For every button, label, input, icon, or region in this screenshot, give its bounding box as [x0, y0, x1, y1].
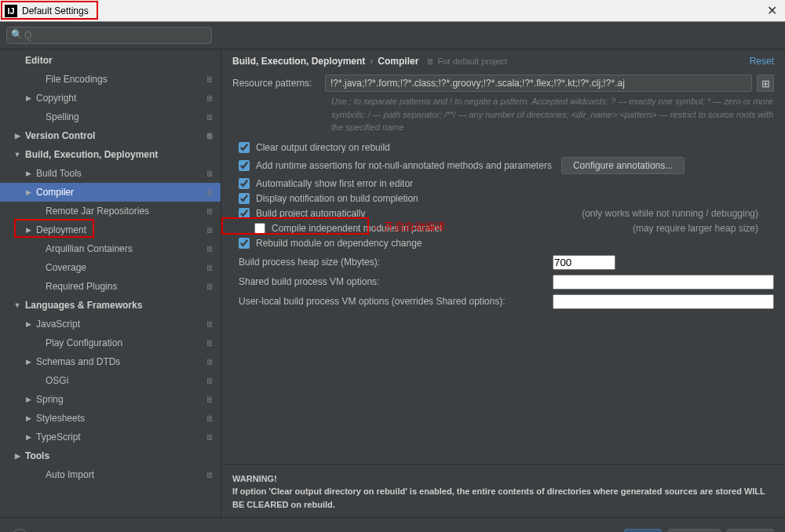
- sidebar-item-label: Languages & Frameworks: [25, 300, 142, 311]
- sidebar-item-languages-frameworks[interactable]: Languages & Frameworks: [0, 296, 221, 315]
- compile-parallel-checkbox[interactable]: Compile independent modules in parallel …: [254, 223, 774, 234]
- sidebar-item-label: Required Plugins: [46, 281, 117, 292]
- user-vm-label: User-local build process VM options (ove…: [239, 296, 545, 307]
- project-scope-icon: 🗎: [206, 244, 214, 253]
- expand-arrow-icon[interactable]: [24, 395, 33, 403]
- sidebar-item-deployment[interactable]: Deployment🗎: [0, 220, 221, 239]
- main-panel: Build, Execution, Deployment › Compiler …: [221, 49, 785, 517]
- sidebar-item-required-plugins[interactable]: Required Plugins🗎: [0, 277, 221, 296]
- project-scope-icon: 🗎: [206, 131, 214, 140]
- expand-arrow-icon[interactable]: [24, 358, 33, 366]
- expand-arrow-icon[interactable]: [24, 169, 33, 177]
- close-icon[interactable]: ✕: [767, 3, 777, 18]
- help-icon[interactable]: ?: [11, 529, 28, 533]
- expand-patterns-icon[interactable]: ⊞: [757, 75, 774, 92]
- project-scope-icon: 🗎: [206, 414, 214, 423]
- sidebar-item-copyright[interactable]: Copyright🗎: [0, 89, 221, 107]
- project-scope-icon: 🗎: [206, 319, 214, 329]
- project-scope-icon: 🗎: [206, 169, 214, 178]
- expand-arrow-icon[interactable]: [13, 452, 22, 460]
- expand-arrow-icon[interactable]: [24, 320, 33, 328]
- configure-annotations-button[interactable]: Configure annotations...: [561, 157, 685, 174]
- add-runtime-checkbox[interactable]: Add runtime assertions for not-null-anno…: [239, 160, 552, 171]
- sidebar-item-osgi[interactable]: OSGi🗎: [0, 371, 221, 390]
- sidebar-item-label: JavaScript: [36, 319, 80, 330]
- sidebar-item-label: Copyright: [36, 93, 76, 104]
- sidebar-item-label: Remote Jar Repositories: [46, 206, 149, 217]
- build-auto-note: (only works while not running / debuggin…: [582, 208, 774, 219]
- sidebar-item-build-tools[interactable]: Build Tools🗎: [0, 164, 221, 183]
- sidebar-item-build-execution-deployment[interactable]: Build, Execution, Deployment: [0, 145, 221, 164]
- project-scope-icon: 🗎: [206, 376, 214, 385]
- sidebar-item-javascript[interactable]: JavaScript🗎: [0, 315, 221, 333]
- rebuild-dep-checkbox[interactable]: Rebuild module on dependency change: [239, 238, 774, 249]
- heap-size-label: Build process heap size (Mbytes):: [239, 257, 545, 268]
- sidebar-item-spring[interactable]: Spring🗎: [0, 390, 221, 409]
- sidebar-item-label: Compiler: [36, 187, 74, 198]
- sidebar-item-label: Arquillian Containers: [46, 243, 133, 254]
- sidebar-item-label: Version Control: [25, 130, 95, 141]
- sidebar-item-editor[interactable]: Editor: [0, 51, 221, 70]
- auto-first-error-checkbox[interactable]: Automatically show first error in editor: [239, 178, 774, 189]
- project-scope-icon: 🗎: [206, 188, 214, 197]
- resource-patterns-input[interactable]: [325, 75, 752, 92]
- ok-button[interactable]: OK: [624, 529, 661, 533]
- sidebar-item-label: TypeScript: [36, 432, 81, 443]
- sidebar-item-coverage[interactable]: Coverage🗎: [0, 258, 221, 277]
- project-scope-icon: 🗎: [206, 395, 214, 404]
- resource-patterns-hint: Use ; to separate patterns and ! to nega…: [331, 95, 774, 134]
- sidebar-item-label: Spelling: [46, 111, 79, 122]
- expand-arrow-icon[interactable]: [13, 151, 22, 159]
- shared-vm-label: Shared build process VM options:: [239, 276, 545, 287]
- reset-link[interactable]: Reset: [750, 56, 774, 67]
- sidebar-item-auto-import[interactable]: Auto Import🗎: [0, 465, 221, 484]
- project-scope-icon: 🗎: [206, 206, 214, 216]
- warning-body: If option 'Clear output directory on reb…: [232, 486, 765, 509]
- expand-arrow-icon[interactable]: [24, 414, 33, 422]
- sidebar-item-typescript[interactable]: TypeScript🗎: [0, 428, 221, 446]
- sidebar-item-compiler[interactable]: Compiler🗎: [0, 183, 221, 202]
- breadcrumb-part2: Compiler: [378, 56, 418, 67]
- sidebar-item-schemas-and-dtds[interactable]: Schemas and DTDs🗎: [0, 352, 221, 371]
- project-scope-icon: 🗎: [206, 112, 214, 122]
- heap-size-input[interactable]: [553, 255, 615, 270]
- expand-arrow-icon[interactable]: [24, 188, 33, 196]
- build-auto-checkbox[interactable]: Build project automatically (only works …: [239, 208, 774, 219]
- apply-button[interactable]: Apply: [727, 529, 774, 533]
- sidebar-item-label: Play Configuration: [46, 337, 122, 348]
- sidebar-item-tools[interactable]: Tools: [0, 446, 221, 465]
- sidebar-item-spelling[interactable]: Spelling🗎: [0, 107, 221, 126]
- project-scope-icon: 🗎: [206, 263, 214, 272]
- sidebar-item-version-control[interactable]: Version Control🗎: [0, 126, 221, 145]
- sidebar-item-play-configuration[interactable]: Play Configuration🗎: [0, 333, 221, 352]
- search-icon: 🔍: [11, 29, 23, 40]
- project-scope-icon: 🗎: [206, 432, 214, 442]
- display-notification-checkbox[interactable]: Display notification on build completion: [239, 193, 774, 204]
- sidebar-item-label: Build Tools: [36, 168, 82, 179]
- project-scope-icon: 🗎: [206, 93, 214, 103]
- search-input[interactable]: [6, 27, 212, 44]
- sidebar-item-label: Spring: [36, 394, 64, 405]
- shared-vm-input[interactable]: [553, 275, 774, 290]
- warning-panel: WARNING! If option 'Clear output directo…: [221, 464, 785, 518]
- sidebar-item-label: Auto Import: [46, 469, 94, 480]
- project-scope-icon: 🗎: [206, 357, 214, 366]
- sidebar-item-label: Build, Execution, Deployment: [25, 149, 158, 160]
- expand-arrow-icon[interactable]: [13, 301, 22, 309]
- clear-output-checkbox[interactable]: Clear output directory on rebuild: [239, 142, 774, 153]
- sidebar-item-stylesheets[interactable]: Stylesheets🗎: [0, 409, 221, 428]
- sidebar-item-arquillian-containers[interactable]: Arquillian Containers🗎: [0, 239, 221, 258]
- cancel-button[interactable]: Cancel: [668, 529, 721, 533]
- expand-arrow-icon[interactable]: [24, 433, 33, 441]
- expand-arrow-icon[interactable]: [24, 226, 33, 234]
- project-scope-icon: 🗎: [206, 225, 214, 235]
- project-scope-icon: 🗎: [206, 75, 214, 84]
- project-scope-icon: 🗎: [206, 282, 214, 291]
- expand-arrow-icon[interactable]: [13, 132, 22, 140]
- footer: ? OK Cancel Apply: [0, 517, 785, 532]
- user-vm-input[interactable]: [553, 294, 774, 309]
- sidebar-item-file-encodings[interactable]: File Encodings🗎: [0, 70, 221, 89]
- sidebar-item-remote-jar-repositories[interactable]: Remote Jar Repositories🗎: [0, 202, 221, 220]
- expand-arrow-icon[interactable]: [24, 94, 33, 102]
- project-scope-icon: 🗎: [206, 338, 214, 348]
